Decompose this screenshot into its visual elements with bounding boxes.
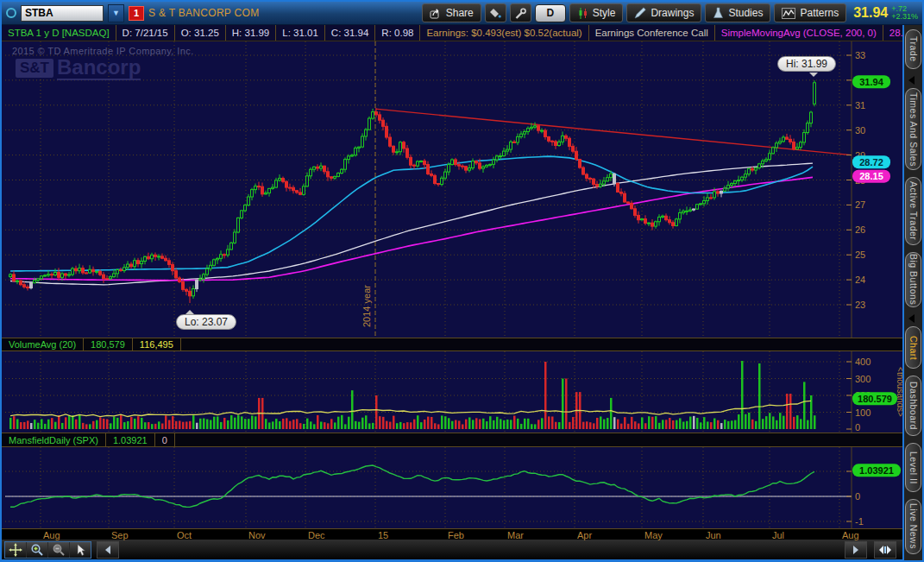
- low-tooltip: Lo: 23.07: [176, 314, 236, 330]
- month-label: Jul: [772, 530, 784, 540]
- svg-text:300: 300: [855, 374, 871, 384]
- month-label: Dec: [308, 530, 325, 540]
- earnings-label: Earnings: $0.493(est) $0.52(actual): [420, 25, 588, 41]
- svg-text:31: 31: [855, 100, 865, 111]
- open-label: O: 31.25: [175, 25, 226, 41]
- symbol-timeframe-label[interactable]: STBA 1 y D [NASDAQ]: [2, 25, 116, 41]
- month-label: Feb: [448, 530, 464, 540]
- close-label: C: 31.94: [325, 25, 375, 41]
- pan-button[interactable]: [5, 542, 27, 558]
- logo-badge: S&T: [16, 59, 53, 78]
- high-tooltip: Hi: 31.99: [777, 56, 836, 72]
- studies-button[interactable]: Studies: [705, 3, 770, 22]
- company-name: S & T BANCORP COM: [148, 7, 259, 19]
- pan-icon: [9, 543, 22, 557]
- patterns-icon: [782, 8, 795, 19]
- share-button[interactable]: Share: [422, 3, 481, 22]
- sidebar-collapse-notch[interactable]: [904, 314, 915, 323]
- tools-wrench-button[interactable]: [510, 3, 531, 22]
- chart-toolbar: [2, 540, 902, 561]
- range-label: R: 0.98: [375, 25, 420, 41]
- svg-text:25: 25: [855, 249, 865, 260]
- volume-study-header: VolumeAvg (20) 180,579 116,495: [2, 338, 902, 351]
- zoom-in-icon: [30, 543, 44, 557]
- month-label: Jun: [706, 530, 721, 540]
- zoom-in-button[interactable]: [27, 542, 48, 558]
- link-dot-icon[interactable]: [6, 8, 16, 18]
- sidebar-tab-big-buttons[interactable]: Big Buttons: [905, 252, 921, 307]
- mansfield-study-label[interactable]: MansfieldDaily (SPX): [2, 433, 106, 445]
- symbol-input[interactable]: [21, 5, 104, 22]
- last-price: 31.94: [853, 5, 888, 21]
- trading-platform-window: ▼ 1 S & T BANCORP COM Share D: [0, 0, 924, 562]
- volume-canvas[interactable]: 4003002001000<thousands>180.579: [2, 351, 902, 433]
- month-label: May: [644, 530, 663, 540]
- alert-count-badge[interactable]: 1: [129, 6, 144, 21]
- expand-horizontal-button[interactable]: [874, 541, 896, 559]
- title-bar: ▼ 1 S & T BANCORP COM Share D: [2, 2, 922, 25]
- month-label: Aug: [842, 530, 859, 540]
- svg-text:31.94: 31.94: [859, 77, 883, 87]
- pencil-icon: [634, 7, 646, 19]
- month-label: Oct: [177, 530, 192, 540]
- sidebar-tab-active-trader[interactable]: Active Trader: [905, 177, 921, 245]
- sidebar-tab-chart[interactable]: Chart: [905, 326, 921, 369]
- symbol-dropdown-button[interactable]: ▼: [108, 4, 124, 22]
- svg-text:30: 30: [855, 125, 865, 136]
- sidebar-tab-live-news[interactable]: Live News: [905, 499, 921, 554]
- month-label: Sep: [111, 530, 129, 540]
- svg-text:180.579: 180.579: [858, 394, 892, 404]
- svg-text:33: 33: [855, 50, 865, 60]
- svg-text:<thousands>: <thousands>: [896, 367, 902, 417]
- sidebar-collapse-notch[interactable]: [904, 76, 915, 85]
- month-label: Aug: [43, 530, 60, 540]
- cursor-button[interactable]: [70, 542, 91, 558]
- month-label: 15: [378, 530, 388, 540]
- earnings-call-label: Earnings Conference Call: [589, 25, 715, 41]
- month-label: Apr: [577, 530, 592, 540]
- chart-settings-button[interactable]: [485, 3, 506, 22]
- high-tooltip-tail: [809, 73, 818, 81]
- month-label: Mar: [507, 530, 524, 540]
- low-tooltip-tail: [185, 306, 194, 314]
- low-label: L: 31.01: [276, 25, 325, 41]
- study-label[interactable]: SimpleMovingAvg (CLOSE, 200, 0): [715, 25, 883, 41]
- logo-text: Bancorp: [57, 56, 141, 80]
- timeframe-button[interactable]: D: [535, 4, 566, 22]
- sidebar-tab-dashboard[interactable]: Dashboard: [905, 376, 921, 436]
- mansfield-zero-value: 0: [155, 433, 175, 445]
- price-change-percent: +2.31%: [891, 13, 918, 21]
- price-chart-canvas[interactable]: 2014 year232425262728293031323331.9428.7…: [2, 41, 902, 338]
- volume-current-value: 116,495: [133, 338, 181, 350]
- style-button[interactable]: Style: [569, 3, 624, 22]
- month-label: Nov: [248, 530, 266, 540]
- svg-text:23: 23: [855, 300, 865, 310]
- volume-pane[interactable]: 4003002001000<thousands>180.579: [2, 351, 902, 433]
- mansfield-canvas[interactable]: 10-11.03921: [2, 447, 902, 528]
- scroll-right-button[interactable]: [845, 541, 867, 559]
- collapse-left-button[interactable]: [97, 541, 119, 559]
- sidebar-tab-level-ii[interactable]: Level II: [905, 443, 921, 492]
- gadget-sidebar: TradeTimes And SalesActive TraderBig But…: [904, 25, 922, 561]
- share-icon: [430, 8, 442, 19]
- svg-text:0: 0: [855, 491, 860, 502]
- sidebar-tab-trade[interactable]: Trade: [905, 29, 921, 69]
- price-chart-pane[interactable]: 2014 year232425262728293031323331.9428.7…: [2, 41, 902, 338]
- drawings-button[interactable]: Drawings: [626, 3, 701, 22]
- wrench-icon: [514, 7, 527, 20]
- triangle-right-icon: [852, 545, 860, 555]
- company-logo-watermark: S&T Bancorp: [16, 56, 141, 80]
- volume-study-label[interactable]: VolumeAvg (20): [2, 338, 84, 350]
- svg-text:28.72: 28.72: [859, 157, 883, 167]
- zoom-out-icon: [52, 543, 66, 557]
- patterns-button[interactable]: Patterns: [774, 3, 846, 22]
- svg-text:24: 24: [855, 275, 865, 285]
- sidebar-tab-times-and-sales[interactable]: Times And Sales: [905, 88, 921, 170]
- mansfield-pane[interactable]: 10-11.03921: [2, 447, 902, 529]
- zoom-out-button[interactable]: [48, 542, 70, 558]
- svg-text:0: 0: [855, 422, 860, 433]
- double-arrow-icon: [878, 545, 892, 555]
- cursor-icon: [73, 543, 87, 557]
- time-axis[interactable]: AugSepOctNovDec15FebMarAprMayJunJulAug: [2, 529, 902, 540]
- mansfield-value: 1.03921: [106, 433, 155, 445]
